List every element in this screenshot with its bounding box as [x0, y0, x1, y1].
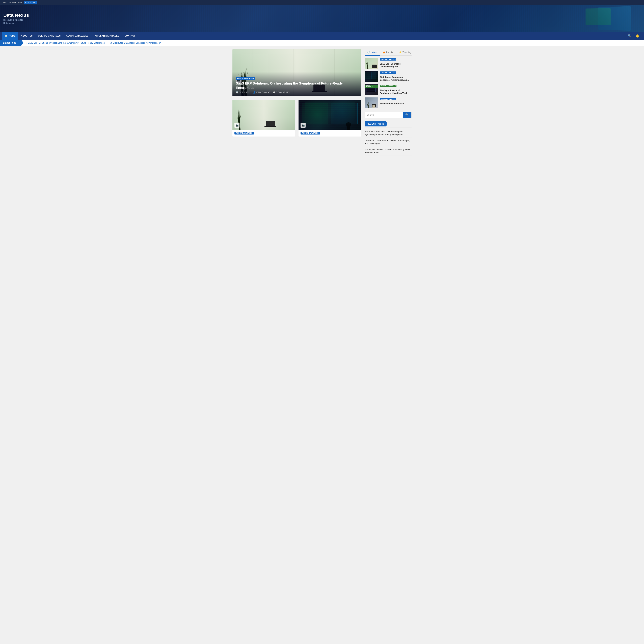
post-card-1-camera-badge: 📷 — [234, 123, 239, 128]
search-input[interactable] — [365, 112, 403, 118]
ticker-label: Latest Post — [0, 40, 23, 46]
featured-post-overlay: ABOUT DATABASES SaaS ERP Solutions: Orch… — [232, 72, 361, 96]
sidebar-post-4-info: ABOUT DATABASES The simplest databases — [380, 97, 412, 105]
recent-posts-list: SaaS ERP Solutions: Orchestrating the Sy… — [365, 129, 412, 156]
fire-tab-icon: 🔥 — [383, 51, 385, 53]
sidebar-post-4[interactable]: ABOUT DATABASES The simplest databases — [365, 97, 412, 108]
recent-posts-section: RECENT POSTS SaaS ERP Solutions: Orchest… — [365, 121, 412, 156]
sidebar-tabs: 🕐 Latest 🔥 Popular ⚡ Trending — [365, 49, 412, 56]
sidebar-post-3[interactable]: USEFUL MATERIALS USEFUL MATERIALS The Si… — [365, 84, 412, 95]
post-card-1-category: ABOUT DATABASES — [234, 132, 254, 135]
post-card-2[interactable]: 📷 ABOUT DATABASES — [299, 100, 361, 137]
comment-icon: 💬 — [273, 91, 275, 94]
post-card-2-body: ABOUT DATABASES — [299, 130, 361, 137]
clock-icon: 🕐 — [236, 91, 238, 94]
tab-popular[interactable]: 🔥 Popular — [380, 49, 396, 56]
sidebar-post-4-title: The simplest databases — [380, 102, 412, 105]
sidebar-post-3-category: USEFUL MATERIALS — [380, 85, 396, 87]
recent-posts-header: RECENT POSTS — [365, 121, 412, 126]
sidebar-post-3-title: The Significance of Databases: Unveiling… — [380, 89, 412, 95]
clock-tab-icon: 🕐 — [367, 51, 370, 53]
sidebar-post-2-title: Distributed Databases: Concepts, Advanta… — [380, 76, 412, 82]
ticker-bar: Latest Post › SaaS ERP Solutions: Orches… — [0, 40, 644, 46]
nav-item-contact[interactable]: CONTACT — [122, 32, 138, 39]
sidebar-post-2-category: ABOUT DATABASES — [380, 71, 396, 74]
site-subtitle-2: Databases — [3, 22, 29, 24]
featured-post-date: 🕐 OCT 2, 2023 — [236, 91, 250, 94]
tab-trending[interactable]: ⚡ Trending — [396, 49, 414, 56]
sidebar-post-2[interactable]: ABOUT DATABASES Distributed Databases: C… — [365, 71, 412, 82]
notification-icon-btn[interactable]: 🔔 — [634, 33, 641, 38]
ticker-dot-2: ⊙ — [110, 41, 112, 44]
post-card-1[interactable]: 📷 ABOUT DATABASES — [232, 100, 295, 137]
sidebar-post-3-thumb: USEFUL MATERIALS — [365, 84, 378, 95]
featured-post-title[interactable]: SaaS ERP Solutions: Orchestrating the Sy… — [236, 81, 358, 90]
nav-item-about-databases[interactable]: ABOUT DATABASES — [63, 32, 91, 39]
post-card-1-body: ABOUT DATABASES — [232, 130, 295, 137]
main-nav: 🏠 HOME ABOUT US USEFUL MATERIALS ABOUT D… — [0, 32, 644, 40]
sidebar-post-4-thumb — [365, 97, 378, 108]
ticker-text-2: Distributed Databases: Concepts, Advanta… — [113, 42, 161, 44]
sidebar-post-3-info: USEFUL MATERIALS The Significance of Dat… — [380, 84, 412, 95]
sidebar-post-1-info: ABOUT DATABASES SaaS ERP Solutions: Orch… — [380, 58, 412, 68]
recent-post-3[interactable]: The Significance of Databases: Unveiling… — [365, 147, 412, 156]
date-display: Wed. Jul 31st, 2024 — [3, 1, 22, 4]
featured-post-meta: 🕐 OCT 2, 2023 👤 ERIK THOMAS 💬 0 COMMENTS — [236, 91, 358, 94]
nav-item-home[interactable]: 🏠 HOME — [2, 32, 18, 40]
sidebar-post-2-thumb — [365, 71, 378, 82]
ticker-content: › SaaS ERP Solutions: Orchestrating the … — [23, 41, 644, 44]
featured-category-badge: ABOUT DATABASES — [236, 77, 255, 80]
featured-post-author: 👤 ERIK THOMAS — [253, 91, 270, 94]
featured-post[interactable]: 📷 ABOUT DATABASES SaaS ERP Solutions: Or… — [232, 49, 361, 96]
site-subtitle-1: Discover & Innovate — [3, 19, 29, 21]
sidebar-post-1-thumb — [365, 58, 378, 69]
sidebar-post-1-title: SaaS ERP Solutions: Orchestrating the... — [380, 63, 412, 68]
hero-decoration-2 — [585, 8, 610, 25]
nav-item-useful-materials[interactable]: USEFUL MATERIALS — [35, 32, 63, 39]
recent-posts-title: RECENT POSTS — [365, 121, 387, 126]
home-icon: 🏠 — [4, 34, 8, 37]
top-bar: Wed. Jul 31st, 2024 6:03:00 PM — [0, 0, 644, 5]
recent-post-1[interactable]: SaaS ERP Solutions: Orchestrating the Sy… — [365, 129, 412, 138]
post-card-2-category: ABOUT DATABASES — [301, 132, 320, 135]
bolt-tab-icon: ⚡ — [399, 51, 402, 53]
featured-post-comments: 💬 0 COMMENTS — [273, 91, 289, 94]
sidebar: 🕐 Latest 🔥 Popular ⚡ Trending ABOUT DATA… — [365, 49, 412, 156]
sidebar-post-4-category: ABOUT DATABASES — [380, 98, 396, 100]
ticker-item-1[interactable]: › SaaS ERP Solutions: Orchestrating the … — [26, 42, 105, 44]
nav-item-about-us[interactable]: ABOUT US — [18, 32, 35, 39]
post-card-2-image: 📷 — [299, 100, 361, 130]
content-area: 📷 ABOUT DATABASES SaaS ERP Solutions: Or… — [232, 49, 361, 156]
main-container: 📷 ABOUT DATABASES SaaS ERP Solutions: Or… — [230, 46, 414, 159]
nav-home-label: HOME — [9, 35, 15, 37]
nav-item-popular-databases[interactable]: POPULAR DATABASES — [91, 32, 122, 39]
sidebar-post-3-badge: USEFUL MATERIALS — [365, 85, 378, 88]
user-icon: 👤 — [253, 91, 256, 94]
ticker-text-1: SaaS ERP Solutions: Orchestrating the Sy… — [28, 42, 105, 44]
recent-post-2[interactable]: Distributed Databases: Concepts, Advanta… — [365, 138, 412, 147]
tab-latest[interactable]: 🕐 Latest — [365, 49, 380, 56]
search-button[interactable]: 🔍 — [403, 112, 411, 118]
hero-banner: Data Nexus Discover & Innovate Databases — [0, 5, 644, 32]
hero-text: Data Nexus Discover & Innovate Databases — [3, 13, 29, 24]
sidebar-post-1[interactable]: ABOUT DATABASES SaaS ERP Solutions: Orch… — [365, 58, 412, 69]
post-grid: 📷 ABOUT DATABASES 📷 ABOUT DATABASES — [232, 100, 361, 137]
ticker-item-2[interactable]: ⊙ Distributed Databases: Concepts, Advan… — [110, 41, 161, 44]
sidebar-post-1-category: ABOUT DATABASES — [380, 58, 396, 61]
site-title: Data Nexus — [3, 13, 29, 18]
post-card-2-camera-badge: 📷 — [301, 123, 306, 128]
sidebar-post-2-info: ABOUT DATABASES Distributed Databases: C… — [380, 71, 412, 82]
search-icon-btn[interactable]: 🔍 — [627, 33, 633, 38]
nav-right: 🔍 🔔 — [625, 33, 642, 38]
post-card-1-image: 📷 — [232, 100, 295, 130]
time-display: 6:03:00 PM — [24, 1, 37, 4]
search-box: 🔍 — [365, 112, 412, 118]
ticker-arrow-1: › — [26, 42, 27, 44]
